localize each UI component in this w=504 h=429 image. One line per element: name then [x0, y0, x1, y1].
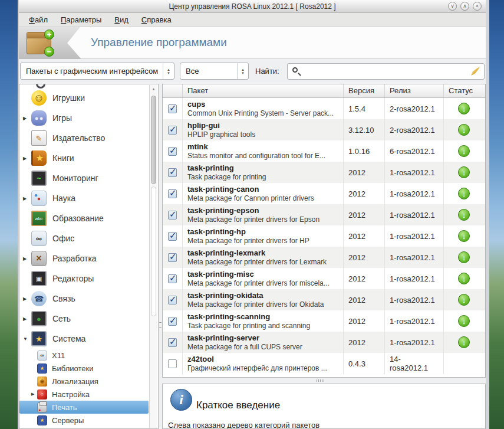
- column-header-version[interactable]: Версия: [344, 84, 385, 97]
- package-row-task-printing-scanning[interactable]: task-printing-scanningTask package for p…: [163, 310, 485, 332]
- install-status-icon: [458, 336, 470, 348]
- package-name: task-printing-misc: [187, 270, 254, 279]
- main-area: Игрушки▶ИгрыИздательство▶КнигиМониторинг…: [19, 84, 486, 429]
- expander-collapsed-icon[interactable]: ▶: [23, 156, 31, 161]
- sidebar-item-books[interactable]: ▶Книги: [19, 148, 149, 168]
- sidebar-item-toys[interactable]: Игрушки: [19, 88, 149, 108]
- package-row-task-printing-canon[interactable]: task-printing-canonMeta package for Cann…: [163, 183, 485, 204]
- sidebar-item-science[interactable]: ▶Наука: [19, 188, 149, 208]
- package-row-hplip-gui[interactable]: hplip-guiHPLIP graphical tools3.12.102-r…: [163, 119, 485, 140]
- sidebar-item-publishing[interactable]: Издательство: [19, 128, 149, 148]
- expander-collapsed-icon[interactable]: ▶: [23, 296, 31, 302]
- expander-expanded-icon[interactable]: ▼: [23, 336, 31, 342]
- package-row-task-printing-epson[interactable]: task-printing-epsonMeta package for prin…: [163, 204, 485, 225]
- checkbox-checked-icon[interactable]: [168, 189, 177, 198]
- package-cell: task-printing-hpMeta package for printer…: [183, 225, 344, 247]
- checkbox-checked-icon[interactable]: [168, 147, 177, 156]
- package-version: 2012: [344, 247, 385, 268]
- checkbox-checked-icon[interactable]: [168, 253, 177, 262]
- expander-collapsed-icon[interactable]: ▶: [23, 116, 31, 121]
- package-cell: mtinkStatus monitor and configuration to…: [183, 140, 344, 162]
- spinner-arrows-icon[interactable]: [237, 63, 248, 79]
- scrollbar-thumb[interactable]: [151, 96, 156, 184]
- spinner-arrows-icon[interactable]: [163, 63, 174, 79]
- sidebar-item-system[interactable]: ▼Система: [19, 329, 149, 349]
- package-row-task-printing-lexmark[interactable]: task-printing-lexmarkMeta package for pr…: [163, 247, 485, 268]
- expander-collapsed-icon[interactable]: ▶: [31, 392, 37, 397]
- package-release: 1-rosa2012.1: [385, 204, 444, 225]
- horizontal-splitter[interactable]: [162, 378, 486, 384]
- sidebar-item-monitoring[interactable]: Мониторинг: [19, 168, 149, 188]
- expander-collapsed-icon[interactable]: ▶: [23, 316, 31, 322]
- close-icon[interactable]: ×: [473, 2, 482, 11]
- package-row-task-printing[interactable]: task-printingTask package for printing20…: [163, 162, 485, 183]
- status-filter-select[interactable]: Все: [180, 63, 249, 80]
- sidebar-item-communication[interactable]: ▶Связь: [19, 289, 149, 309]
- sidebar-item-label: Мониторинг: [52, 173, 98, 183]
- toys-category-icon: [31, 90, 47, 106]
- package-row-mtink[interactable]: mtinkStatus monitor and configuration to…: [163, 140, 485, 162]
- checkbox-checked-icon[interactable]: [168, 338, 177, 347]
- sidebar-item-localization[interactable]: Локализация: [19, 375, 149, 388]
- status-cell: [444, 140, 484, 162]
- sidebar-scrollbar[interactable]: [149, 85, 157, 428]
- sidebar-item-editors[interactable]: Редакторы: [19, 268, 149, 289]
- editors-category-icon: [31, 271, 47, 286]
- checkbox-checked-icon[interactable]: [168, 317, 177, 326]
- status-filter-value: Все: [180, 67, 237, 76]
- package-cell: task-printing-canonMeta package for Cann…: [183, 183, 344, 204]
- checkbox-cell: [163, 247, 183, 268]
- sidebar-item-development[interactable]: ▶Разработка: [19, 248, 149, 268]
- package-cell: cupsCommon Unix Printing System - Server…: [183, 98, 344, 119]
- package-type-select[interactable]: Пакеты с графическим интерфейсом: [20, 63, 174, 80]
- expander-collapsed-icon[interactable]: ▶: [23, 196, 31, 201]
- sidebar-item-label: Настройка: [52, 390, 90, 399]
- expander-collapsed-icon[interactable]: ▶: [23, 256, 31, 261]
- column-header-release[interactable]: Релиз: [385, 84, 444, 97]
- package-row-task-printing-hp[interactable]: task-printing-hpMeta package for printer…: [163, 225, 485, 247]
- sidebar-item-office[interactable]: Офис: [19, 228, 149, 248]
- sidebar-item-configuration[interactable]: ▶Настройка: [19, 388, 149, 401]
- package-row-cups[interactable]: cupsCommon Unix Printing System - Server…: [163, 98, 485, 119]
- minimize-icon[interactable]: ∨: [448, 2, 457, 11]
- menu-help[interactable]: Справка: [135, 13, 178, 27]
- menu-options[interactable]: Параметры: [54, 13, 108, 27]
- column-header-status[interactable]: Статус: [444, 84, 484, 97]
- package-name: task-printing-epson: [187, 206, 259, 215]
- menubar: ФайлПараметрыВидСправка: [19, 13, 486, 27]
- status-cell: [444, 98, 484, 119]
- sidebar-item-education[interactable]: Образование: [19, 208, 149, 228]
- scroll-up-icon[interactable]: [150, 85, 157, 93]
- scrollbar-trough[interactable]: [151, 186, 156, 316]
- checkbox-checked-icon[interactable]: [168, 126, 177, 135]
- maximize-icon[interactable]: ∧: [460, 2, 469, 11]
- checkbox-unchecked-icon[interactable]: [168, 359, 177, 368]
- package-name: task-printing-okidata: [187, 291, 263, 300]
- package-row-task-printing-misc[interactable]: task-printing-miscMeta package for print…: [163, 268, 485, 289]
- package-row-task-printing-server[interactable]: task-printing-serverMeta package for a f…: [163, 332, 485, 353]
- search-input[interactable]: [287, 63, 485, 80]
- checkbox-checked-icon[interactable]: [168, 296, 177, 304]
- checkbox-checked-icon[interactable]: [168, 274, 177, 283]
- sidebar-item-games[interactable]: ▶Игры: [19, 108, 149, 128]
- package-description: Common Unix Printing System - Server pac…: [187, 109, 334, 118]
- package-row-task-printing-okidata[interactable]: task-printing-okidataMeta package for pr…: [163, 289, 485, 310]
- menu-view[interactable]: Вид: [108, 13, 135, 27]
- package-description: Task package for printing and scanning: [187, 322, 310, 330]
- sidebar-item-libraries[interactable]: Библиотеки: [19, 362, 149, 375]
- sidebar-item-network[interactable]: ▶Сеть: [19, 309, 149, 329]
- checkbox-checked-icon[interactable]: [168, 168, 177, 177]
- search-label: Найти:: [255, 67, 279, 76]
- menu-file[interactable]: Файл: [22, 13, 54, 27]
- titlebar[interactable]: Центр управления ROSA Linux 2012.1 [ Ros…: [19, 0, 486, 13]
- column-header-package[interactable]: Пакет: [183, 84, 344, 97]
- sidebar-item-printing[interactable]: Печать: [19, 401, 149, 414]
- checkbox-checked-icon[interactable]: [168, 232, 177, 241]
- sidebar-item-x11[interactable]: X11: [19, 349, 149, 362]
- package-row-z42tool[interactable]: z42toolГрафический интерфейс для принтер…: [163, 353, 485, 374]
- checkbox-checked-icon[interactable]: [168, 104, 177, 113]
- checkbox-checked-icon[interactable]: [168, 211, 177, 220]
- science-category-icon: [31, 191, 47, 206]
- package-release: 1-rosa2012.1: [385, 247, 444, 268]
- sidebar-item-servers[interactable]: Серверы: [19, 414, 149, 427]
